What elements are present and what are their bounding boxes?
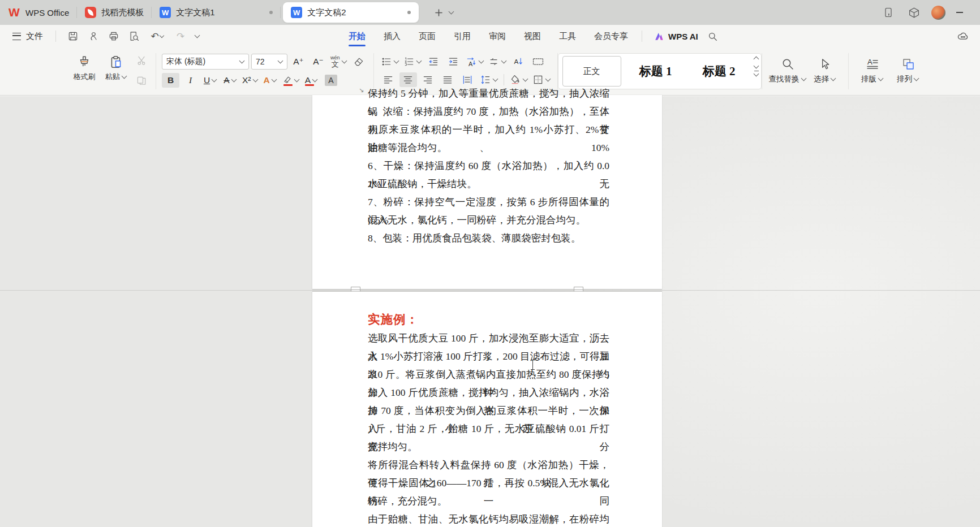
style-heading-2[interactable]: 标题 2 bbox=[687, 57, 751, 86]
cube-icon bbox=[908, 7, 920, 19]
save-button[interactable] bbox=[65, 28, 81, 44]
command-search-button[interactable] bbox=[705, 28, 721, 44]
show-marks-button[interactable] bbox=[530, 54, 547, 69]
font-size-select[interactable]: 72 bbox=[251, 54, 287, 70]
user-avatar[interactable] bbox=[931, 6, 945, 20]
doc-line[interactable]: 为原来豆浆体积的一半时，加入约 1%小苏打、2%甘油、10% bbox=[368, 120, 609, 139]
quickbar-more-chevron-icon[interactable] bbox=[195, 33, 200, 38]
char-scale-button[interactable] bbox=[487, 54, 508, 69]
underline-button[interactable]: U bbox=[201, 73, 219, 88]
divider bbox=[55, 31, 56, 42]
window-tab-bar: W WPS Office 找稻壳模板 W 文字文稿1 W 文字文稿2 bbox=[0, 0, 980, 25]
increase-font-icon: A⁺ bbox=[293, 57, 304, 67]
doc-line[interactable]: 将所得混合料转入料盘保持 60 度（水浴加热）干燥，使之结块， bbox=[368, 456, 609, 474]
strikethrough-icon: A bbox=[223, 75, 229, 85]
doc-line[interactable]: 保持约 5 分钟，加入等重量优质蔗糖，搅匀，抽入浓缩锅。 bbox=[368, 84, 609, 102]
numbering-button[interactable] bbox=[402, 54, 423, 69]
ribbon-tab-view[interactable]: 视图 bbox=[515, 25, 550, 47]
app-center-button[interactable] bbox=[906, 5, 922, 20]
style-heading-1[interactable]: 标题 1 bbox=[624, 57, 687, 86]
ribbon-tab-page[interactable]: 页面 bbox=[410, 25, 445, 47]
document-page-1[interactable]: 保持约 5 分钟，加入等重量优质蔗糖，搅匀，抽入浓缩锅。 5、浓缩：保持温度约 … bbox=[312, 95, 662, 290]
wps-ai-button[interactable]: WPS AI bbox=[647, 31, 705, 42]
doc-line[interactable]: 8、包装：用优质食品包装袋、薄膜袋密封包装。 bbox=[368, 229, 609, 247]
doc-line[interactable]: 贻糖等混合均匀。 bbox=[368, 139, 609, 157]
highlight-button[interactable] bbox=[281, 73, 300, 88]
styles-scroll-up-icon[interactable] bbox=[754, 57, 759, 62]
doc-line[interactable]: 选取风干优质大豆 100 斤，加水浸泡至膨大适宜，沥去水，加 bbox=[368, 329, 609, 347]
redo-button[interactable]: ↷ bbox=[173, 28, 188, 44]
arrange-button[interactable]: 排列 bbox=[891, 52, 926, 89]
font-name-select[interactable]: 宋体 (标题) bbox=[162, 54, 249, 70]
doc-line[interactable]: 210 斤。将豆浆倒入蒸煮锅内直接加热至约 80 度保持 5 分钟， bbox=[368, 365, 609, 383]
superscript-button[interactable]: X² bbox=[241, 73, 259, 88]
tab-list-chevron-icon[interactable] bbox=[449, 9, 454, 15]
bullets-button[interactable] bbox=[380, 54, 400, 69]
clear-format-button[interactable] bbox=[350, 54, 368, 69]
tab-document-1[interactable]: W 文字文稿1 bbox=[152, 0, 281, 25]
ribbon-tab-insert[interactable]: 插入 bbox=[375, 25, 410, 47]
bold-button[interactable]: B bbox=[162, 73, 179, 88]
font-color-button[interactable]: A bbox=[303, 73, 320, 88]
doc-line[interactable]: 可得干燥固体 160——170 斤，再按 0.5%混入无水氯化钙一同 bbox=[368, 474, 609, 492]
italic-button[interactable]: I bbox=[182, 73, 199, 88]
export-pdf-button[interactable] bbox=[85, 28, 101, 44]
ribbon-tab-tools[interactable]: 工具 bbox=[550, 25, 585, 47]
doc-line[interactable]: 混入无水，氯化钙，一同粉碎，并充分混合均匀。 bbox=[368, 211, 609, 229]
text-direction-button[interactable]: A bbox=[465, 54, 485, 69]
new-tab-button[interactable] bbox=[431, 5, 446, 20]
doc-line[interactable]: 6、干燥：保持温度约 60 度（水浴加热），加入约 0.01%无 bbox=[368, 157, 609, 175]
ribbon-tab-reference[interactable]: 引用 bbox=[445, 25, 480, 47]
decrease-indent-button[interactable] bbox=[425, 54, 442, 69]
styles-gallery-more-icon[interactable] bbox=[754, 71, 759, 76]
decrease-font-button[interactable]: A⁻ bbox=[310, 54, 327, 69]
split-screen-button[interactable] bbox=[880, 5, 896, 20]
ribbon-tab-home[interactable]: 开始 bbox=[339, 25, 375, 47]
typeset-button[interactable]: A 排版 bbox=[854, 52, 891, 89]
doc-line[interactable]: 粉碎，充分混匀。 bbox=[368, 492, 609, 510]
doc-line[interactable]: 搅拌均匀。 bbox=[368, 438, 609, 456]
undo-button[interactable]: ↶ bbox=[147, 28, 168, 44]
copy-button[interactable] bbox=[132, 74, 150, 88]
doc-line[interactable]: 由于贻糖、甘油、无水氯化钙均易吸湿潮解，在粉碎均匀后，必 bbox=[368, 510, 609, 527]
shading-caret bbox=[522, 76, 528, 82]
minimize-button[interactable] bbox=[955, 8, 964, 17]
paste-button[interactable]: 粘贴 bbox=[101, 51, 131, 86]
select-button[interactable]: 选择 bbox=[807, 52, 843, 89]
increase-font-button[interactable]: A⁺ bbox=[290, 54, 307, 69]
ribbon-tab-review[interactable]: 审阅 bbox=[480, 25, 515, 47]
doc-line[interactable]: 持 70 度，当体积变为倒入的豆浆体积一半时，一次加入小苏打 bbox=[368, 401, 609, 420]
style-normal[interactable]: 正文 bbox=[562, 56, 621, 87]
sort-button[interactable]: A bbox=[510, 54, 527, 69]
doc-line[interactable]: 入 1%小苏打溶液 100 斤打浆，200 目滤布过滤，可得豆浆约 bbox=[368, 347, 609, 365]
tab-docer-templates[interactable]: 找稻壳模板 bbox=[77, 0, 152, 25]
phonetic-guide-button[interactable]: wén 文 bbox=[329, 54, 348, 69]
format-painter-button[interactable]: 格式刷 bbox=[69, 51, 100, 86]
bullets-caret bbox=[393, 58, 399, 64]
font-dialog-launcher[interactable]: ↘ bbox=[359, 87, 364, 94]
highlight-color-swatch bbox=[283, 84, 293, 87]
print-button[interactable] bbox=[106, 28, 122, 44]
doc-line[interactable]: 1 斤，甘油 2 斤，贻糖 10 斤，无水亚硫酸钠 0.01 斤，充分 bbox=[368, 420, 609, 438]
document-canvas[interactable]: 保持约 5 分钟，加入等重量优质蔗糖，搅匀，抽入浓缩锅。 5、浓缩：保持温度约 … bbox=[0, 96, 980, 527]
tab-document-2[interactable]: W 文字文稿2 bbox=[283, 2, 419, 23]
find-replace-button[interactable]: 查找替换 bbox=[768, 52, 807, 89]
print-preview-button[interactable] bbox=[126, 28, 142, 44]
doc-line[interactable]: 7、粉碎：保持空气一定湿度，按第 6 步所得固体量的 0.5% bbox=[368, 193, 609, 211]
doc-line[interactable]: 加入 100 斤优质蔗糖，搅拌均匀，抽入浓缩锅内，水浴加热保 bbox=[368, 383, 609, 401]
doc-line[interactable]: 5、浓缩：保持温度约 70 度，加热（水浴加热），至体积变 bbox=[368, 102, 609, 120]
ribbon-tab-member[interactable]: 会员专享 bbox=[585, 25, 637, 47]
document-page-2[interactable]: 实施例： 选取风干优质大豆 100 斤，加水浸泡至膨大适宜，沥去水，加 入 1%… bbox=[312, 291, 662, 527]
styles-scroll-down-icon[interactable] bbox=[754, 63, 759, 69]
doc-heading-shishili[interactable]: 实施例： bbox=[368, 311, 419, 328]
increase-indent-button[interactable] bbox=[445, 54, 462, 69]
strikethrough-button[interactable]: A bbox=[221, 73, 239, 88]
doc-line[interactable]: 水亚硫酸钠，干燥结块。 bbox=[368, 175, 609, 193]
editing-group: 查找替换 选择 bbox=[762, 47, 848, 95]
cloud-sync-button[interactable] bbox=[955, 28, 971, 44]
cut-button[interactable] bbox=[132, 53, 150, 68]
tab-wps-home[interactable]: W WPS Office bbox=[0, 0, 77, 25]
char-shading-button[interactable]: A bbox=[323, 73, 340, 88]
text-effects-button[interactable]: A bbox=[261, 73, 279, 88]
file-menu-button[interactable]: 文件 bbox=[9, 29, 46, 44]
